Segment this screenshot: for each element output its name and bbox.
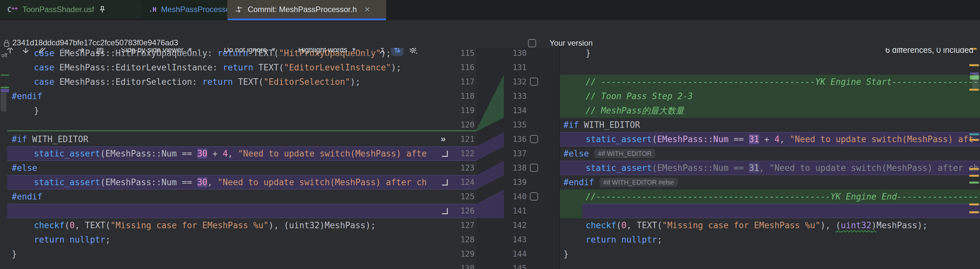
tab-label: ToonPassShader.usf	[22, 5, 94, 14]
lock-icon	[3, 39, 10, 48]
diff-icon	[235, 5, 243, 14]
cpp-file-icon: C++	[7, 5, 18, 14]
diff-toolbar: Side-by-side viewer▼ Do not ignore▼ High…	[0, 20, 980, 39]
tab-toonpassshader[interactable]: C++ ToonPassShader.usf	[0, 0, 141, 19]
pin-icon	[99, 6, 106, 13]
your-version-checkbox[interactable]	[528, 39, 536, 47]
close-icon[interactable]: ×	[365, 4, 370, 15]
tab-label: Commit: MeshPassProcessor.h	[248, 5, 357, 14]
editor-tab-bar: C++ ToonPassShader.usf .H MeshPassProces…	[0, 0, 980, 20]
tab-meshpassprocessor[interactable]: .H MeshPassProcessor.h	[142, 0, 227, 19]
your-version-label: Your version	[549, 38, 593, 48]
header-file-icon: .H	[149, 6, 156, 13]
diff-viewer-window: case EMeshPass::HitProxyOpaqueOnly: retu…	[0, 0, 980, 269]
commit-hash-bar: 2341d18ddcd947bfe17cc2fce50783f0e9476ad3…	[0, 38, 980, 48]
commit-hash[interactable]: 2341d18ddcd947bfe17cc2fce50783f0e9476ad3	[13, 38, 178, 48]
tab-commit-diff[interactable]: Commit: MeshPassProcessor.h ×	[228, 0, 386, 19]
